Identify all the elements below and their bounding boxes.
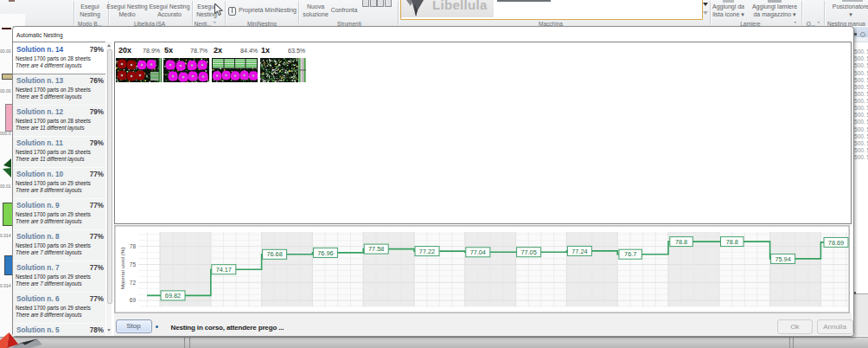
svg-text:69.82: 69.82 — [165, 292, 181, 300]
svg-text:76.68: 76.68 — [266, 250, 282, 258]
svg-text:72: 72 — [130, 280, 137, 286]
svg-text:78: 78 — [130, 243, 137, 249]
svg-text:69: 69 — [130, 297, 137, 303]
svg-text:Material used (%): Material used (%) — [119, 248, 125, 290]
svg-text:76.96: 76.96 — [317, 249, 333, 257]
svg-text:74.17: 74.17 — [216, 266, 232, 274]
svg-text:75: 75 — [130, 261, 137, 267]
svg-text:77.05: 77.05 — [520, 248, 536, 256]
svg-text:76.7: 76.7 — [624, 250, 636, 258]
svg-text:75.94: 75.94 — [775, 255, 790, 263]
svg-text:78.69: 78.69 — [828, 239, 844, 247]
svg-text:77.24: 77.24 — [571, 248, 587, 255]
svg-text:77.22: 77.22 — [419, 248, 435, 255]
svg-text:77.58: 77.58 — [368, 245, 384, 253]
svg-text:78.8: 78.8 — [675, 238, 687, 246]
svg-text:77.04: 77.04 — [470, 248, 486, 256]
svg-text:78.8: 78.8 — [726, 238, 738, 246]
